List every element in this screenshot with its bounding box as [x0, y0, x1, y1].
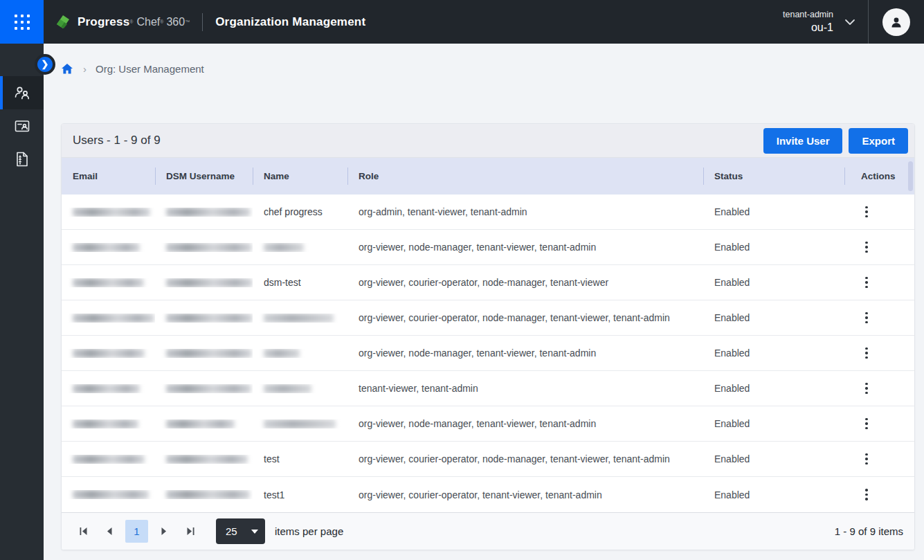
cell-actions — [844, 202, 914, 222]
redacted-text — [166, 278, 253, 287]
export-button[interactable]: Export — [849, 128, 908, 154]
cell-status: Enabled — [703, 277, 844, 288]
app-header: Progress® Chef® 360™ Organization Manage… — [0, 0, 924, 44]
cell-actions — [844, 485, 914, 505]
pagination-bar: 1 25 items per page 1 - 9 of 9 items — [62, 512, 914, 550]
cell-role: org-viewer, node-manager, tenant-viewer,… — [347, 347, 703, 359]
brand-part-360: 360 — [166, 16, 185, 28]
cell-name — [253, 314, 347, 323]
next-page-button[interactable] — [154, 521, 174, 542]
row-actions-kebab-button[interactable] — [861, 308, 872, 328]
redacted-text — [264, 349, 300, 358]
chevron-down-icon — [844, 19, 855, 26]
sidebar-item-documents[interactable] — [0, 143, 44, 176]
cell-name — [253, 243, 347, 252]
app-launcher-button[interactable] — [0, 0, 44, 44]
previous-page-button[interactable] — [99, 521, 120, 542]
avatar-section — [868, 0, 924, 44]
breadcrumb-separator-icon: › — [83, 63, 87, 75]
cell-email — [62, 384, 155, 393]
cell-status: Enabled — [703, 453, 844, 464]
pagination-range-label: 1 - 9 of 9 items — [835, 525, 903, 537]
brand-part-chef: Chef — [136, 16, 160, 28]
table-row: tenant-viewer, tenant-admin Enabled — [62, 371, 914, 406]
cell-status: Enabled — [703, 242, 844, 253]
person-icon — [889, 15, 903, 29]
trademark-mark: ® — [160, 19, 163, 24]
redacted-text — [264, 314, 334, 323]
table-row: org-viewer, node-manager, tenant-viewer,… — [62, 230, 914, 265]
cell-name — [253, 419, 347, 428]
trademark-mark: ™ — [185, 19, 190, 24]
cell-actions — [844, 414, 914, 434]
cell-role: tenant-viewer, tenant-admin — [347, 383, 703, 394]
cell-actions — [844, 273, 914, 293]
column-header-email: Email — [62, 158, 155, 195]
users-card: Users - 1 - 9 of 9 Invite User Export Em… — [61, 123, 915, 550]
row-actions-kebab-button[interactable] — [861, 379, 872, 399]
header-divider — [202, 13, 203, 31]
row-actions-kebab-button[interactable] — [861, 414, 872, 434]
trademark-mark: ® — [129, 19, 133, 24]
row-actions-kebab-button[interactable] — [861, 485, 872, 505]
breadcrumb-home-link[interactable] — [61, 63, 73, 75]
document-log-icon — [15, 151, 30, 168]
row-actions-kebab-button[interactable] — [861, 449, 872, 469]
cell-dsm-username — [155, 243, 253, 252]
cell-role: org-viewer, courier-operator, node-manag… — [347, 312, 703, 323]
sidebar-expand-button[interactable]: ❯ — [37, 57, 53, 72]
row-actions-kebab-button[interactable] — [861, 273, 872, 293]
cell-actions — [844, 343, 914, 363]
cell-role: org-viewer, courier-operator, node-manag… — [347, 453, 703, 464]
chevron-right-icon: ❯ — [42, 60, 49, 69]
row-actions-kebab-button[interactable] — [861, 202, 872, 222]
cell-email — [62, 243, 155, 252]
cell-status: Enabled — [703, 347, 844, 359]
sidebar-item-users[interactable] — [0, 76, 44, 109]
redacted-text — [166, 314, 253, 323]
caret-down-icon — [251, 530, 258, 534]
cell-dsm-username — [155, 490, 253, 499]
items-per-page-label: items per page — [275, 525, 343, 537]
row-actions-kebab-button[interactable] — [861, 343, 872, 363]
cell-email — [62, 455, 155, 464]
redacted-text — [264, 419, 336, 428]
user-name: test1 — [264, 489, 284, 500]
redacted-text — [73, 278, 144, 287]
row-actions-kebab-button[interactable] — [861, 237, 872, 258]
redacted-text — [166, 243, 252, 252]
cell-status: Enabled — [703, 418, 844, 429]
page-number-button[interactable]: 1 — [125, 520, 148, 543]
redacted-text — [166, 384, 251, 393]
table-scrollbar-thumb[interactable] — [908, 161, 913, 191]
redacted-text — [166, 455, 248, 464]
invite-user-button[interactable]: Invite User — [763, 128, 843, 154]
cell-role: org-viewer, node-manager, tenant-viewer,… — [347, 418, 703, 429]
redacted-text — [264, 384, 311, 393]
column-header-actions: Actions — [844, 158, 914, 195]
first-page-icon — [79, 527, 88, 536]
cell-actions — [844, 379, 914, 399]
cell-name: test — [253, 453, 347, 464]
first-page-button[interactable] — [73, 521, 93, 542]
main-content: › Org: User Management Users - 1 - 9 of … — [44, 44, 924, 560]
tenant-switcher-button[interactable]: tenant-admin ou-1 — [783, 9, 868, 35]
sidebar-item-roles[interactable] — [0, 109, 44, 143]
redacted-text — [264, 243, 304, 252]
sidebar — [0, 44, 44, 560]
cell-email — [62, 208, 155, 217]
cell-email — [62, 349, 155, 358]
last-page-button[interactable] — [180, 521, 201, 542]
users-card-header: Users - 1 - 9 of 9 Invite User Export — [62, 124, 914, 158]
user-avatar-button[interactable] — [882, 8, 910, 36]
home-icon — [61, 63, 73, 75]
page-size-select[interactable]: 25 — [216, 518, 265, 544]
redacted-text — [166, 419, 235, 428]
redacted-text — [73, 243, 140, 252]
redacted-text — [73, 349, 145, 358]
column-header-status: Status — [703, 158, 844, 195]
redacted-text — [73, 455, 145, 464]
next-page-icon — [161, 527, 167, 536]
brand-logo: Progress® Chef® 360™ — [54, 14, 190, 30]
user-name: test — [264, 453, 280, 464]
